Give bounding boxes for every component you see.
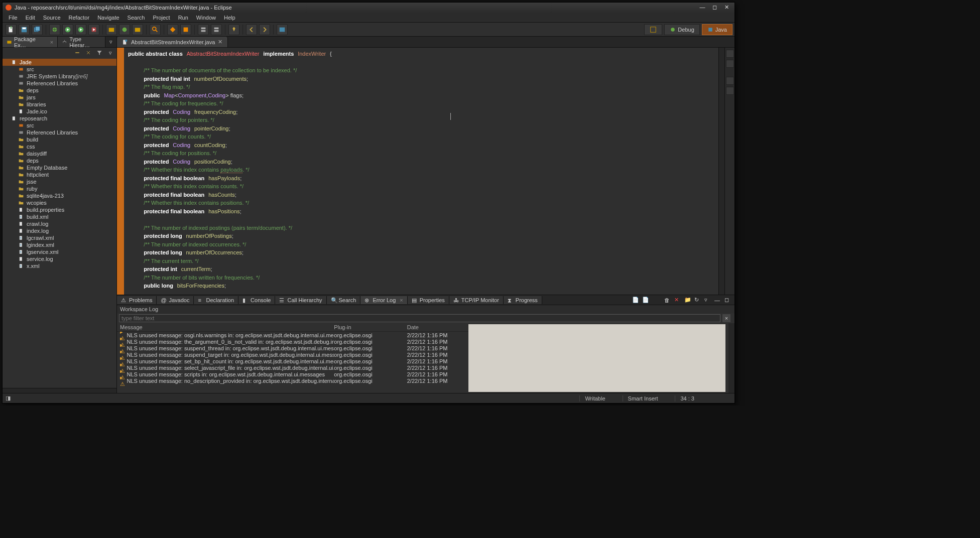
- log-row[interactable]: ▸ ⚠NLS unused message: osgi.nls.warnings…: [117, 332, 468, 338]
- menu-file[interactable]: File: [5, 14, 22, 22]
- tab-search[interactable]: 🔍Search: [327, 296, 361, 304]
- tree-node[interactable]: src: [3, 122, 116, 129]
- delete-log-button[interactable]: ✕: [674, 296, 682, 304]
- editor-tab[interactable]: AbstractBitStreamIndexWriter.java ✕: [117, 37, 228, 47]
- horizontal-scrollbar[interactable]: [3, 388, 116, 393]
- tree-node[interactable]: Referenced Libraries: [3, 80, 116, 87]
- restore-log-button[interactable]: ↻: [694, 296, 702, 304]
- log-row[interactable]: ▸ ⚠NLS unused message: set_bp_hit_count …: [117, 358, 468, 364]
- tree-node[interactable]: xx.xml: [3, 262, 116, 270]
- forward-button[interactable]: [259, 24, 270, 35]
- tab-javadoc[interactable]: @Javadoc: [157, 296, 194, 304]
- toggle-mark-button[interactable]: [167, 24, 178, 35]
- tab-package-explorer[interactable]: Package Ex… ×: [3, 37, 58, 47]
- view-menu-button[interactable]: ▿: [105, 37, 116, 47]
- tree-node[interactable]: wcopies: [3, 199, 116, 206]
- link-editor-button[interactable]: [84, 49, 92, 57]
- tree-node[interactable]: sqlite4java-213: [3, 192, 116, 199]
- tree-node[interactable]: xlgservice.xml: [3, 248, 116, 255]
- log-row[interactable]: ▸ ⚠NLS unused message: scripts in: org.e…: [117, 371, 468, 377]
- log-row[interactable]: ▸ ⚠NLS unused message: no_description_pr…: [117, 377, 468, 384]
- log-table[interactable]: ▸ ⚠NLS unused message: osgi.nls.warnings…: [117, 332, 468, 393]
- outline-toggle[interactable]: [726, 50, 734, 58]
- tree-node[interactable]: Jade.ico: [3, 108, 116, 115]
- next-annotation-button[interactable]: [211, 24, 222, 35]
- tree-node[interactable]: JRE System Library [jre6]: [3, 73, 116, 80]
- menu-run[interactable]: Run: [174, 14, 192, 22]
- perspective-debug[interactable]: Debug: [664, 24, 699, 35]
- external-tools-button[interactable]: [88, 24, 99, 35]
- log-scrollbar[interactable]: [728, 323, 734, 393]
- close-icon[interactable]: ×: [50, 39, 53, 45]
- maximize-button[interactable]: ◻: [709, 4, 719, 11]
- menu-window[interactable]: Window: [192, 14, 220, 22]
- tree-node[interactable]: Referenced Libraries: [3, 129, 116, 136]
- editor-gutter[interactable]: [117, 48, 124, 295]
- log-header-message[interactable]: Message: [120, 324, 334, 330]
- view-filters-button[interactable]: [95, 49, 103, 57]
- menu-navigate[interactable]: Navigate: [93, 14, 123, 22]
- new-class-button[interactable]: [119, 24, 130, 35]
- tab-declaration[interactable]: ≡Declaration: [194, 296, 238, 304]
- tree-node[interactable]: src: [3, 66, 116, 73]
- tree-node[interactable]: jars: [3, 94, 116, 101]
- log-header-plugin[interactable]: Plug-in: [334, 324, 407, 330]
- tab-call-hierarchy[interactable]: ☰Call Hierarchy: [275, 296, 326, 304]
- open-type-button[interactable]: [132, 24, 143, 35]
- tree-node[interactable]: reposearch: [3, 115, 116, 122]
- markers-toggle[interactable]: [726, 87, 734, 95]
- status-icon[interactable]: ◨: [6, 395, 13, 402]
- back-button[interactable]: [246, 24, 257, 35]
- save-all-button[interactable]: [32, 24, 43, 35]
- tab-problems[interactable]: ⚠Problems: [117, 296, 157, 304]
- log-row[interactable]: ▸ ⚠NLS unused message: select_javascript…: [117, 364, 468, 371]
- log-header-date[interactable]: Date: [407, 324, 465, 330]
- maximize-view-button[interactable]: ◻: [724, 296, 732, 304]
- annotation-button[interactable]: [180, 24, 191, 35]
- tree-node[interactable]: build.properties: [3, 206, 116, 213]
- import-log-button[interactable]: 📄: [642, 296, 650, 304]
- quick-outline[interactable]: [726, 60, 734, 68]
- tab-console[interactable]: ▮Console: [238, 296, 275, 304]
- clear-log-button[interactable]: 🗑: [664, 296, 672, 304]
- search-button[interactable]: [150, 24, 161, 35]
- tree-node[interactable]: ruby: [3, 185, 116, 192]
- view-menu-dropdown[interactable]: ▿: [106, 49, 114, 57]
- close-icon[interactable]: ✕: [218, 39, 222, 45]
- collapse-all-button[interactable]: [73, 49, 81, 57]
- minimize-button[interactable]: —: [697, 4, 707, 11]
- tree-node[interactable]: daisydiff: [3, 150, 116, 157]
- vertical-scrollbar[interactable]: [718, 48, 724, 295]
- save-button[interactable]: [19, 24, 30, 35]
- menu-help[interactable]: Help: [220, 14, 239, 22]
- perspective-java[interactable]: Java: [702, 24, 732, 35]
- menu-edit[interactable]: Edit: [22, 14, 39, 22]
- tree-node[interactable]: libraries: [3, 101, 116, 108]
- pin-button[interactable]: [228, 24, 239, 35]
- tree-node[interactable]: service.log: [3, 255, 116, 262]
- project-tree[interactable]: JadesrcJRE System Library [jre6]Referenc…: [3, 58, 116, 388]
- tree-node[interactable]: Empty Database: [3, 164, 116, 171]
- menu-search[interactable]: Search: [124, 14, 149, 22]
- tree-node[interactable]: httpclient: [3, 171, 116, 178]
- tree-node[interactable]: deps: [3, 87, 116, 94]
- tree-node[interactable]: jsse: [3, 178, 116, 185]
- open-perspective-button[interactable]: [644, 24, 662, 35]
- filter-clear-button[interactable]: ×: [722, 314, 730, 322]
- new-button[interactable]: [6, 24, 17, 35]
- open-log-button[interactable]: 📁: [684, 296, 692, 304]
- tab-tcp-ip-monitor[interactable]: 🖧TCP/IP Monitor: [449, 296, 504, 304]
- tree-node[interactable]: Jade: [3, 59, 116, 66]
- tab-progress[interactable]: ⧗Progress: [504, 296, 542, 304]
- minimize-view-button[interactable]: —: [714, 296, 722, 304]
- filter-input[interactable]: [119, 314, 720, 322]
- close-button[interactable]: ✕: [721, 4, 731, 11]
- tree-node[interactable]: index.log: [3, 227, 116, 234]
- tree-node[interactable]: xlgcrawl.xml: [3, 234, 116, 241]
- log-row[interactable]: ▸ ⚠NLS unused message: suspend_thread in…: [117, 345, 468, 351]
- run-last-button[interactable]: [75, 24, 86, 35]
- log-row[interactable]: ▸ ⚠NLS unused message: the_argument_0_is…: [117, 338, 468, 345]
- new-package-button[interactable]: [106, 24, 117, 35]
- menu-source[interactable]: Source: [39, 14, 65, 22]
- log-row[interactable]: ▸ ⚠NLS unused message: suspend_target in…: [117, 351, 468, 358]
